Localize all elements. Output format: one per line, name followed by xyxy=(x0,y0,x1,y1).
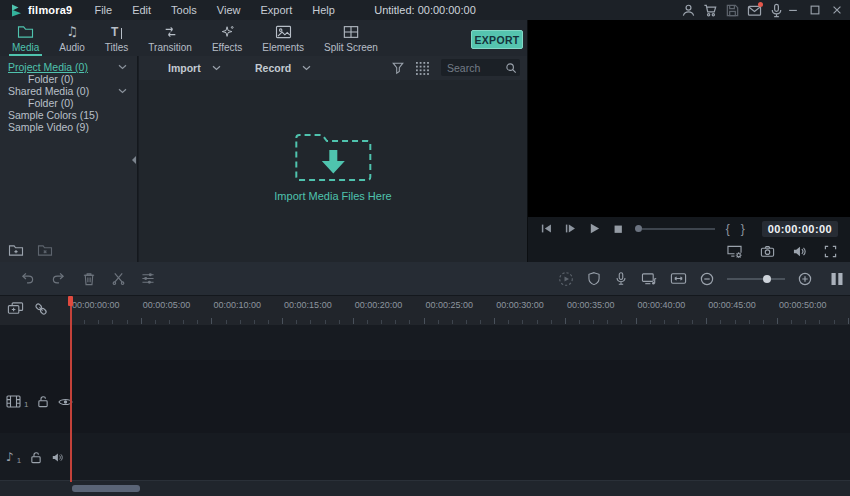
record-dropdown[interactable]: Record xyxy=(255,56,311,80)
add-track-icon[interactable] xyxy=(7,301,24,316)
library-tree-item[interactable]: Sample Colors (15) xyxy=(0,109,137,121)
adjust-sliders-icon[interactable] xyxy=(141,272,155,285)
timeline-scrollbar xyxy=(0,480,850,496)
add-folder-icon[interactable] xyxy=(8,244,24,257)
maximize-icon[interactable] xyxy=(809,4,821,16)
preview-volume-icon[interactable] xyxy=(792,245,807,258)
filmora-logo-icon xyxy=(10,4,23,17)
playback-controls: { } 00:00:00:00 xyxy=(528,217,850,240)
record-label: Record xyxy=(255,62,291,74)
library-tree: Project Media (0) Folder (0) Shared Medi… xyxy=(0,56,137,133)
track-manager-icon[interactable] xyxy=(831,272,843,286)
preview-options xyxy=(528,240,850,262)
feedback-mail-icon[interactable] xyxy=(747,4,762,17)
minimize-icon[interactable] xyxy=(787,4,799,16)
playhead-line[interactable] xyxy=(70,296,72,482)
import-dropdown[interactable]: Import xyxy=(168,56,221,80)
dropzone-text: Import Media Files Here xyxy=(274,190,391,202)
close-icon[interactable] xyxy=(831,4,843,16)
menu-item[interactable]: Help xyxy=(302,4,345,16)
seek-handle[interactable] xyxy=(635,225,642,232)
tab-label: Effects xyxy=(212,42,242,53)
lock-icon[interactable] xyxy=(37,395,49,408)
play-icon[interactable] xyxy=(588,222,601,235)
next-frame-icon[interactable] xyxy=(564,222,577,235)
undo-icon[interactable] xyxy=(20,272,35,285)
tab-elements[interactable]: Elements xyxy=(252,20,314,56)
library-tree-item[interactable]: Shared Media (0) xyxy=(0,85,137,97)
stop-icon[interactable] xyxy=(612,223,624,235)
fullscreen-icon[interactable] xyxy=(824,245,837,258)
tab-media[interactable]: Media xyxy=(2,20,49,56)
shield-icon[interactable] xyxy=(587,271,601,286)
render-preview-icon[interactable] xyxy=(558,271,574,287)
ruler-timecode: 00:00:35:00 xyxy=(567,300,615,310)
playhead-handle[interactable] xyxy=(68,296,73,306)
filter-icon[interactable] xyxy=(391,61,405,75)
mark-out-button[interactable]: } xyxy=(741,223,745,235)
menu-item[interactable]: Tools xyxy=(161,4,207,16)
previous-frame-icon[interactable] xyxy=(540,222,553,235)
store-cart-icon[interactable] xyxy=(703,3,718,18)
seek-bar[interactable] xyxy=(635,225,715,232)
tab-transition[interactable]: Transition xyxy=(138,20,202,56)
ruler-timecode: 00:00:45:00 xyxy=(708,300,756,310)
scrollbar-thumb[interactable] xyxy=(72,485,140,492)
tab-effects[interactable]: Effects xyxy=(202,20,252,56)
tree-item-label: Project Media (0) xyxy=(8,61,88,73)
tree-item-label: Shared Media (0) xyxy=(8,85,89,97)
zoom-out-icon[interactable] xyxy=(700,272,714,286)
menu-item[interactable]: Export xyxy=(250,4,302,16)
tree-item-label: Folder (0) xyxy=(28,73,74,85)
zoom-slider-handle[interactable] xyxy=(763,275,771,283)
filmora-app-window: filmora9 FileEditToolsViewExportHelp Unt… xyxy=(0,0,850,496)
record-voiceover-icon[interactable] xyxy=(614,271,628,286)
seek-track[interactable] xyxy=(642,228,715,230)
library-tree-item[interactable]: Folder (0) xyxy=(0,73,137,85)
asset-tab-bar: Media ♫ Audio T Titles Transition Effect… xyxy=(0,20,527,56)
app-name: filmora9 xyxy=(28,4,72,16)
tab-label: Media xyxy=(12,42,39,53)
library-tree-item[interactable]: Sample Video (9) xyxy=(0,121,137,133)
snapshot-camera-icon[interactable] xyxy=(760,245,775,258)
microphone-icon[interactable] xyxy=(769,3,784,18)
redo-icon[interactable] xyxy=(51,272,66,285)
grid-view-icon[interactable] xyxy=(416,62,429,75)
tab-split-screen[interactable]: Split Screen xyxy=(314,20,388,56)
delete-icon[interactable] xyxy=(82,272,96,286)
ruler-timecode: 00:00:20:00 xyxy=(355,300,403,310)
delete-folder-icon[interactable] xyxy=(37,244,53,257)
library-tree-item[interactable]: Project Media (0) xyxy=(0,61,137,73)
edit-tools xyxy=(0,272,155,286)
menu-item[interactable]: Edit xyxy=(122,4,161,16)
import-folder-icon xyxy=(293,126,373,183)
import-dropzone[interactable]: Import Media Files Here xyxy=(274,126,391,202)
library-tree-item[interactable]: Folder (0) xyxy=(0,97,137,109)
lock-icon[interactable] xyxy=(30,451,42,464)
tree-item-label: Folder (0) xyxy=(28,97,74,109)
import-label: Import xyxy=(168,62,201,74)
timeline-ruler[interactable]: 00:00:00:0000:00:05:0000:00:10:0000:00:1… xyxy=(0,296,850,325)
timeline-zoom-slider[interactable] xyxy=(727,275,785,283)
tab-audio[interactable]: ♫ Audio xyxy=(49,20,95,56)
split-scissors-icon[interactable] xyxy=(112,272,125,285)
link-icon[interactable] xyxy=(34,301,48,316)
display-settings-icon[interactable] xyxy=(726,244,743,258)
tab-titles[interactable]: T Titles xyxy=(95,20,139,56)
mute-speaker-icon[interactable] xyxy=(51,452,64,463)
collapse-panel-icon[interactable] xyxy=(131,155,137,165)
export-button[interactable]: EXPORT xyxy=(471,30,523,49)
video-track-icon xyxy=(6,395,21,408)
tree-item-label: Sample Video (9) xyxy=(8,121,89,133)
mark-in-button[interactable]: { xyxy=(726,223,730,235)
track-lane-audio xyxy=(0,433,850,480)
tab-label: Elements xyxy=(262,42,304,53)
menu-item[interactable]: View xyxy=(207,4,251,16)
zoom-slider-track[interactable] xyxy=(727,278,785,280)
audio-mixer-icon[interactable] xyxy=(641,272,657,286)
zoom-in-icon[interactable] xyxy=(798,272,812,286)
fit-timeline-icon[interactable] xyxy=(670,272,687,285)
account-icon[interactable] xyxy=(681,3,696,18)
menu-item[interactable]: File xyxy=(84,4,122,16)
tree-item-label: Sample Colors (15) xyxy=(8,109,98,121)
